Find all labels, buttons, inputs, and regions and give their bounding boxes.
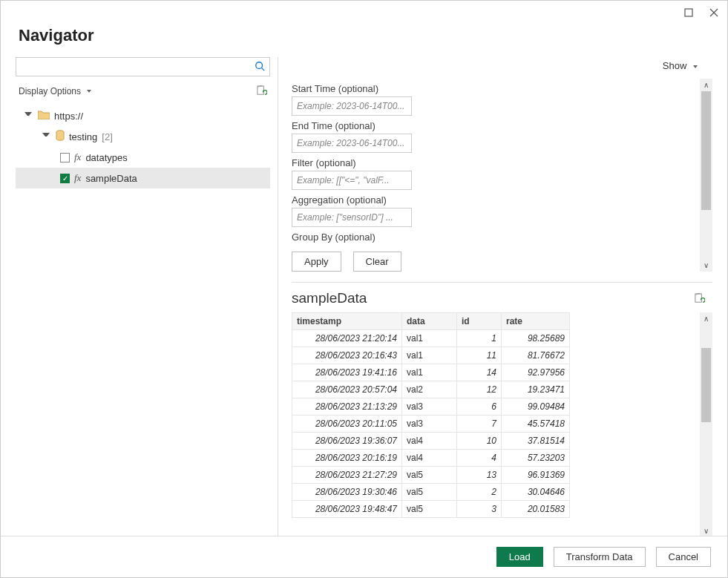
tree-leaf-label: datatypes <box>85 152 127 163</box>
col-header-id[interactable]: id <box>457 313 502 330</box>
col-header-data[interactable]: data <box>402 313 457 330</box>
filter-input[interactable]: Example: [["<=", "valF... <box>292 171 412 190</box>
table-cell: 28/06/2023 20:11:05 <box>292 416 402 433</box>
table-row[interactable]: 28/06/2023 19:41:16val11492.97956 <box>292 364 570 381</box>
table-cell: 92.97956 <box>502 364 570 381</box>
cancel-button[interactable]: Cancel <box>656 547 711 567</box>
table-cell: 10 <box>457 433 502 450</box>
table-row[interactable]: 28/06/2023 20:57:04val21219.23471 <box>292 381 570 398</box>
scroll-up-icon[interactable]: ∧ <box>700 312 712 325</box>
table-cell: val1 <box>402 347 457 364</box>
table-cell: 13 <box>457 467 502 484</box>
table-cell: 98.25689 <box>502 330 570 347</box>
table-row[interactable]: 28/06/2023 21:13:29val3699.09484 <box>292 398 570 416</box>
table-row[interactable]: 28/06/2023 19:36:07val41037.81514 <box>292 433 570 450</box>
table-cell: 28/06/2023 21:13:29 <box>292 398 402 416</box>
table-cell: 6 <box>457 398 502 416</box>
apply-button[interactable]: Apply <box>292 252 341 272</box>
table-row[interactable]: 28/06/2023 19:30:46val5230.04646 <box>292 484 570 501</box>
scroll-down-icon[interactable]: ∨ <box>700 259 712 272</box>
table-cell: 2 <box>457 484 502 501</box>
params-scrollbar[interactable]: ∧ ∨ <box>700 79 712 272</box>
table-cell: val5 <box>402 501 457 518</box>
close-button[interactable] <box>706 5 721 22</box>
table-cell: 28/06/2023 19:30:46 <box>292 484 402 501</box>
table-cell: 19.23471 <box>502 381 570 398</box>
col-header-rate[interactable]: rate <box>502 313 570 330</box>
filter-label: Filter (optional) <box>292 157 700 168</box>
navigator-tree-pane: Display Options https:// testing <box>16 57 278 537</box>
table-cell: 96.91369 <box>502 467 570 484</box>
table-scrollbar[interactable]: ∧ ∨ <box>700 312 712 537</box>
table-cell: 99.09484 <box>502 398 570 416</box>
table-cell: 81.76672 <box>502 347 570 364</box>
table-cell: val1 <box>402 330 457 347</box>
search-input[interactable] <box>21 62 255 73</box>
table-cell: val3 <box>402 398 457 416</box>
load-button[interactable]: Load <box>496 547 543 567</box>
refresh-icon[interactable] <box>256 85 267 96</box>
refresh-preview-icon[interactable] <box>694 293 705 304</box>
show-dropdown[interactable]: Show <box>663 60 698 71</box>
table-cell: 28/06/2023 21:27:29 <box>292 467 402 484</box>
clear-button[interactable]: Clear <box>353 252 401 272</box>
table-row[interactable]: 28/06/2023 19:48:47val5320.01583 <box>292 501 570 518</box>
maximize-icon <box>684 8 693 17</box>
table-cell: 4 <box>457 450 502 467</box>
display-options-dropdown[interactable]: Display Options <box>19 86 91 96</box>
tree-node-testing[interactable]: testing [2] <box>16 126 270 147</box>
table-row[interactable]: 28/06/2023 21:20:14val1198.25689 <box>292 330 570 347</box>
svg-line-4 <box>262 68 265 70</box>
table-cell: val5 <box>402 467 457 484</box>
chevron-down-icon <box>87 90 91 93</box>
table-cell: 28/06/2023 20:16:43 <box>292 347 402 364</box>
maximize-button[interactable] <box>681 5 696 22</box>
database-icon <box>56 130 65 143</box>
display-options-label: Display Options <box>19 86 81 96</box>
caret-icon <box>24 112 32 119</box>
table-cell: 7 <box>457 416 502 433</box>
tree-leaf-datatypes[interactable]: fx datatypes <box>16 147 270 168</box>
fx-icon: fx <box>74 172 81 184</box>
aggregation-input[interactable]: Example: ["sensorID"] ... <box>292 208 412 227</box>
transform-data-button[interactable]: Transform Data <box>554 547 646 567</box>
table-cell: val2 <box>402 381 457 398</box>
table-cell: 1 <box>457 330 502 347</box>
table-row[interactable]: 28/06/2023 20:16:19val4457.23203 <box>292 450 570 467</box>
table-cell: 28/06/2023 21:20:14 <box>292 330 402 347</box>
fx-icon: fx <box>74 151 81 163</box>
table-cell: 12 <box>457 381 502 398</box>
search-icon[interactable] <box>255 61 265 73</box>
tree-leaf-label: sampleData <box>85 173 137 184</box>
end-time-input[interactable]: Example: 2023-06-14T00... <box>292 134 412 153</box>
table-cell: val3 <box>402 416 457 433</box>
table-cell: 14 <box>457 364 502 381</box>
scroll-up-icon[interactable]: ∧ <box>700 79 712 91</box>
start-time-input[interactable]: Example: 2023-06-14T00... <box>292 96 412 116</box>
table-cell: 11 <box>457 347 502 364</box>
table-cell: val4 <box>402 450 457 467</box>
scroll-thumb[interactable] <box>701 348 711 422</box>
table-row[interactable]: 28/06/2023 20:11:05val3745.57418 <box>292 416 570 433</box>
tree-root[interactable]: https:// <box>16 105 270 126</box>
table-cell: val5 <box>402 484 457 501</box>
chevron-down-icon <box>693 65 698 68</box>
table-row[interactable]: 28/06/2023 20:16:43val11181.76672 <box>292 347 570 364</box>
divider <box>292 282 712 283</box>
search-box[interactable] <box>16 57 270 76</box>
table-row[interactable]: 28/06/2023 21:27:29val51396.91369 <box>292 467 570 484</box>
checkbox-checked[interactable]: ✓ <box>60 174 70 183</box>
caret-icon <box>42 133 50 140</box>
col-header-timestamp[interactable]: timestamp <box>292 313 402 330</box>
title-bar <box>1 1 727 26</box>
table-cell: 28/06/2023 19:48:47 <box>292 501 402 518</box>
tree-root-label: https:// <box>54 111 83 122</box>
show-label: Show <box>663 60 687 71</box>
tree-node-label: testing <box>69 131 97 142</box>
table-cell: val4 <box>402 433 457 450</box>
checkbox-unchecked[interactable] <box>60 153 70 162</box>
scroll-thumb[interactable] <box>701 91 711 210</box>
table-cell: 45.57418 <box>502 416 570 433</box>
table-cell: 30.04646 <box>502 484 570 501</box>
tree-leaf-sampledata[interactable]: ✓ fx sampleData <box>16 168 270 188</box>
